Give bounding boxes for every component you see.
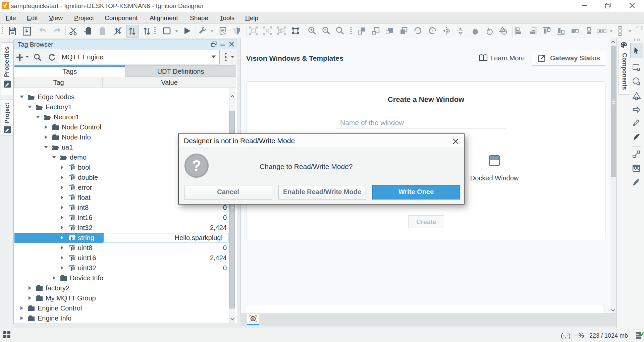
svg-text:?: ? [192,157,201,174]
